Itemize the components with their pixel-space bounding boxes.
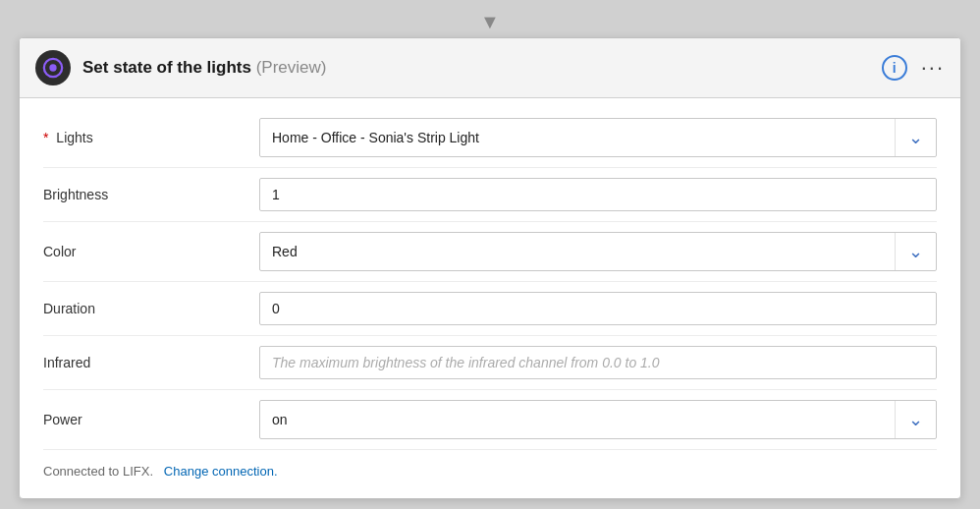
label-duration: Duration [43, 301, 259, 316]
header-left: Set state of the lights (Preview) [35, 50, 326, 85]
infrared-input[interactable] [259, 346, 937, 379]
card-panel: Set state of the lights (Preview) i ··· … [19, 37, 961, 499]
label-infrared: Infrared [43, 355, 259, 370]
form-row-lights: * Lights Home - Office - Sonia's Strip L… [43, 108, 937, 168]
connector-arrow: ▼ [19, 11, 961, 33]
lights-chevron-icon[interactable]: ⌄ [895, 119, 936, 156]
power-select-value: on [260, 404, 895, 435]
lights-select-value: Home - Office - Sonia's Strip Light [260, 122, 895, 153]
app-logo [35, 50, 71, 85]
connected-text: Connected to LIFX. [43, 464, 153, 479]
form-row-infrared: Infrared [43, 336, 937, 390]
label-lights: * Lights [43, 130, 259, 145]
header-right: i ··· [882, 55, 945, 81]
form-row-brightness: Brightness [43, 168, 937, 222]
form-row-power: Power on ⌄ [43, 390, 937, 450]
form-row-color: Color Red ⌄ [43, 222, 937, 282]
label-color: Color [43, 244, 259, 259]
form-row-duration: Duration [43, 282, 937, 336]
header-title: Set state of the lights (Preview) [82, 58, 326, 78]
footer: Connected to LIFX. Change connection. [43, 450, 937, 482]
header-preview-label: (Preview) [256, 58, 327, 77]
required-star-lights: * [43, 130, 48, 145]
card-header: Set state of the lights (Preview) i ··· [20, 38, 960, 98]
color-chevron-icon[interactable]: ⌄ [895, 233, 936, 270]
power-select[interactable]: on ⌄ [259, 400, 937, 439]
power-chevron-icon[interactable]: ⌄ [895, 401, 936, 438]
color-select-value: Red [260, 236, 895, 267]
brightness-input[interactable] [259, 178, 937, 211]
duration-input[interactable] [259, 292, 937, 325]
change-connection-link[interactable]: Change connection. [164, 464, 278, 479]
card-body: * Lights Home - Office - Sonia's Strip L… [20, 98, 960, 498]
label-power: Power [43, 412, 259, 427]
more-options-button[interactable]: ··· [921, 55, 945, 81]
svg-point-1 [49, 64, 56, 71]
info-button[interactable]: i [882, 55, 907, 81]
label-brightness: Brightness [43, 187, 259, 202]
color-select[interactable]: Red ⌄ [259, 232, 937, 271]
lights-select[interactable]: Home - Office - Sonia's Strip Light ⌄ [259, 118, 937, 157]
